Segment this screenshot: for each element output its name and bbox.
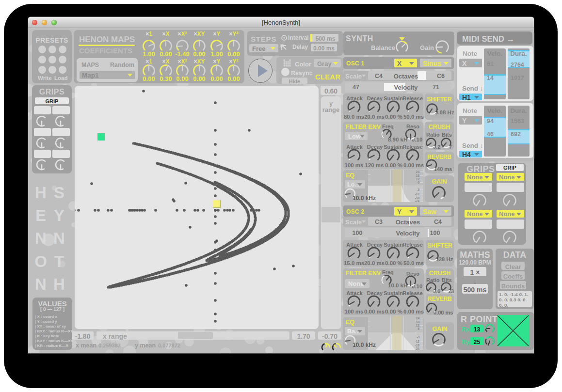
svg-text:-18: -18 bbox=[415, 344, 420, 347]
svg-text:-24: -24 bbox=[415, 199, 420, 202]
svg-text:6: 6 bbox=[417, 327, 419, 330]
svg-text:18: 18 bbox=[416, 174, 420, 177]
svg-text:-12: -12 bbox=[415, 192, 420, 196]
svg-text:-12: -12 bbox=[415, 340, 420, 343]
svg-text:18: 18 bbox=[416, 320, 420, 324]
svg-text:-24: -24 bbox=[415, 347, 420, 350]
svg-text:6: 6 bbox=[417, 181, 419, 184]
svg-text:-3: -3 bbox=[417, 188, 419, 191]
svg-text:24: 24 bbox=[416, 316, 420, 320]
svg-text:12: 12 bbox=[416, 177, 420, 181]
svg-text:24: 24 bbox=[416, 170, 420, 173]
svg-text:-3: -3 bbox=[417, 335, 419, 339]
svg-text:12: 12 bbox=[416, 324, 420, 327]
